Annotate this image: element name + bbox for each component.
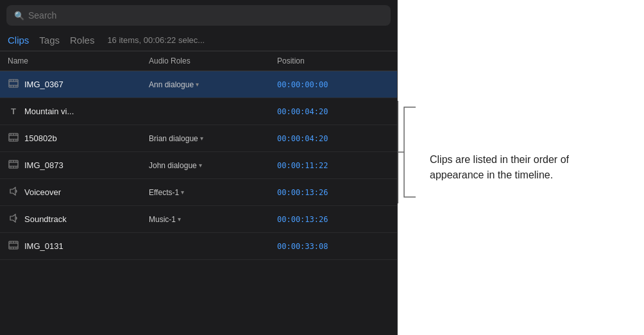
position-cell: 00:00:04:20 [277, 107, 373, 116]
role-label: Brian dialogue [149, 134, 198, 143]
audio-icon [8, 214, 19, 225]
chevron-down-icon: ▾ [181, 189, 184, 196]
chevron-down-icon: ▾ [178, 216, 181, 223]
clip-name: Voiceover [24, 187, 61, 197]
table-row[interactable]: TMountain vi...00:00:04:20 [0, 98, 397, 125]
header-name: Name [8, 54, 149, 68]
role-cell[interactable]: Music-1 ▾ [149, 215, 277, 224]
film-icon [8, 133, 19, 144]
role-dropdown[interactable]: Effects-1 ▾ [149, 188, 184, 197]
table-body: IMG_0367 Ann dialogue ▾ 00:00:00:00TMoun… [0, 71, 397, 335]
chevron-down-icon: ▾ [200, 135, 203, 142]
role-label: John dialogue [149, 161, 197, 170]
chevron-down-icon: ▾ [199, 162, 202, 169]
annotation-panel: Clips are listed in their order of appea… [398, 0, 644, 335]
film-icon [8, 160, 19, 171]
tab-roles[interactable]: Roles [70, 33, 94, 47]
role-cell[interactable]: Ann dialogue ▾ [149, 80, 277, 89]
role-cell[interactable]: Brian dialogue ▾ [149, 134, 277, 143]
position-cell: 00:00:04:20 [277, 134, 373, 143]
table-header: Name Audio Roles Position [0, 51, 397, 71]
position-cell: 00:00:13:26 [277, 188, 373, 197]
table-row[interactable]: Soundtrack Music-1 ▾ 00:00:13:26 [0, 206, 397, 233]
audio-icon [8, 187, 19, 198]
clip-name: 150802b [24, 133, 57, 143]
name-cell: IMG_0131 [8, 241, 149, 252]
table-row[interactable]: IMG_013100:00:33:08 [0, 233, 397, 260]
tab-clips[interactable]: Clips [8, 33, 29, 47]
position-cell: 00:00:00:00 [277, 80, 373, 89]
clip-name: IMG_0367 [24, 80, 64, 89]
role-dropdown[interactable]: Ann dialogue ▾ [149, 80, 199, 89]
role-dropdown[interactable]: Brian dialogue ▾ [149, 134, 203, 143]
search-input[interactable] [28, 10, 383, 21]
film-icon [8, 241, 19, 252]
clip-name: Soundtrack [24, 214, 67, 224]
table-row[interactable]: IMG_0873 John dialogue ▾ 00:00:11:22 [0, 152, 397, 179]
header-audio-roles: Audio Roles [149, 54, 277, 68]
role-cell[interactable]: John dialogue ▾ [149, 161, 277, 170]
role-label: Ann dialogue [149, 80, 194, 89]
name-cell: IMG_0873 [8, 160, 149, 171]
tab-info: 16 items, 00:06:22 selec... [107, 35, 205, 45]
tab-tags[interactable]: Tags [39, 33, 60, 47]
name-cell: IMG_0367 [8, 79, 149, 90]
svg-marker-27 [10, 187, 15, 195]
header-position: Position [277, 54, 373, 68]
position-cell: 00:00:33:08 [277, 242, 373, 251]
table-row[interactable]: IMG_0367 Ann dialogue ▾ 00:00:00:00 [0, 71, 397, 98]
film-icon [8, 79, 19, 90]
name-cell: Voiceover [8, 187, 149, 198]
search-icon: 🔍 [14, 11, 24, 21]
role-dropdown[interactable]: John dialogue ▾ [149, 161, 202, 170]
name-cell: 150802b [8, 133, 149, 144]
annotation-text: Clips are listed in their order of appea… [430, 152, 609, 183]
name-cell: Soundtrack [8, 214, 149, 225]
position-cell: 00:00:11:22 [277, 161, 373, 170]
clip-name: IMG_0873 [24, 160, 64, 170]
chevron-down-icon: ▾ [196, 81, 199, 88]
clip-name: IMG_0131 [24, 241, 64, 251]
clips-panel: 🔍 Clips Tags Roles 16 items, 00:06:22 se… [0, 0, 398, 335]
annotation-bracket [398, 101, 417, 203]
role-cell[interactable]: Effects-1 ▾ [149, 188, 277, 197]
tabs-bar: Clips Tags Roles 16 items, 00:06:22 sele… [0, 31, 397, 51]
search-bar[interactable]: 🔍 [6, 5, 391, 26]
table-row[interactable]: 150802b Brian dialogue ▾ 00:00:04:20 [0, 125, 397, 152]
title-icon: T [8, 107, 19, 116]
name-cell: TMountain vi... [8, 107, 149, 116]
position-cell: 00:00:13:26 [277, 215, 373, 224]
role-dropdown[interactable]: Music-1 ▾ [149, 215, 181, 224]
clip-name: Mountain vi... [24, 107, 74, 116]
svg-marker-28 [10, 214, 15, 222]
role-label: Music-1 [149, 215, 176, 224]
role-label: Effects-1 [149, 188, 179, 197]
table-row[interactable]: Voiceover Effects-1 ▾ 00:00:13:26 [0, 179, 397, 206]
